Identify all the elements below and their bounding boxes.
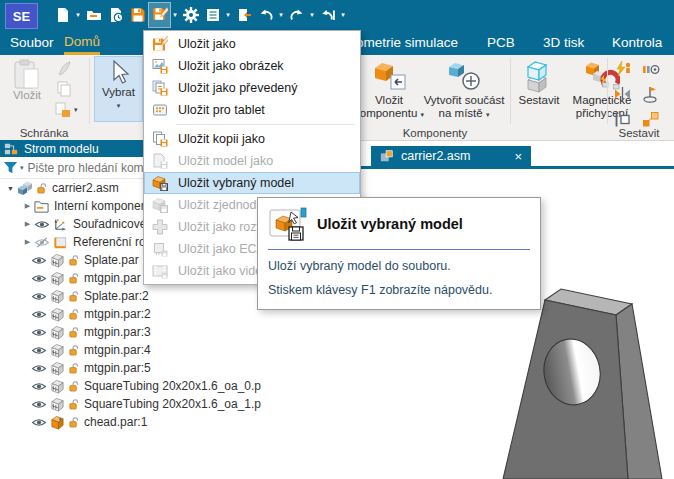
undo-all-button[interactable] xyxy=(317,3,338,27)
assembly-icon xyxy=(17,180,33,196)
assembly-tab-icon xyxy=(380,149,394,163)
dropdown-caret-icon[interactable] xyxy=(339,11,347,19)
planar-align-icon[interactable] xyxy=(613,85,632,104)
app-logo[interactable]: SE xyxy=(5,3,38,29)
menu-item-ulozit-jako-obrazek[interactable]: Uložit jako obrázek xyxy=(144,55,360,77)
tab-geometrie-simulace[interactable]: ometrie simulace xyxy=(356,30,458,55)
group-label-schranka: Schránka xyxy=(2,127,86,139)
tooltip-description: Uloží vybraný model do souboru. xyxy=(268,259,530,273)
tooltip-header: Uložit vybraný model xyxy=(268,206,530,242)
open-recent-button[interactable] xyxy=(105,3,126,27)
dropdown-caret-icon[interactable] xyxy=(224,11,232,19)
tree-row-part-active[interactable]: chead.par:1 xyxy=(0,413,265,431)
undo-button[interactable] xyxy=(255,3,276,27)
undo-all-icon xyxy=(320,7,336,23)
open-recent-icon xyxy=(108,7,124,23)
save-as-icon xyxy=(152,7,168,23)
open-button[interactable] xyxy=(83,3,104,27)
menu-item-ulozit-kopii-jako[interactable]: Uložit kopii jako xyxy=(144,128,360,150)
lock-icon xyxy=(68,309,79,320)
tooltip-title: Uložit vybraný model xyxy=(317,216,463,232)
eye-icon[interactable] xyxy=(31,399,47,410)
eye-icon[interactable] xyxy=(31,291,47,302)
list-button[interactable] xyxy=(202,3,223,27)
tooltip-divider xyxy=(268,249,530,250)
assemble-button[interactable]: Sestavit xyxy=(514,58,564,107)
insert-component-button[interactable]: Vložit komponentu xyxy=(362,58,416,121)
eye-icon[interactable] xyxy=(31,381,47,392)
dropdown-caret-icon[interactable] xyxy=(74,106,78,114)
create-in-place-button[interactable]: Vytvořit součást na místě xyxy=(420,58,508,121)
group-separator xyxy=(510,58,511,124)
close-window-button[interactable] xyxy=(233,3,254,27)
eye-icon[interactable] xyxy=(31,255,47,266)
expander-closed-icon[interactable] xyxy=(21,238,34,246)
save-icon xyxy=(130,7,146,23)
tree-row-part[interactable]: mtgpin.par:2 xyxy=(0,305,265,323)
cursor-icon xyxy=(108,60,130,86)
expander-closed-icon[interactable] xyxy=(21,202,34,210)
dropdown-caret-icon[interactable] xyxy=(20,164,24,172)
tree-row-part[interactable]: mtgpin.par:4 xyxy=(0,341,265,359)
select-button[interactable]: Vybrat xyxy=(95,57,142,121)
eye-icon[interactable] xyxy=(31,327,47,338)
new-document-button[interactable] xyxy=(52,3,73,27)
tab-domu[interactable]: Domů xyxy=(64,30,100,55)
mate-circle-icon[interactable] xyxy=(641,60,660,79)
copy-icon[interactable] xyxy=(55,80,73,98)
lock-icon xyxy=(68,273,79,284)
part-icon xyxy=(50,307,65,322)
tab-kontrola[interactable]: Kontrola xyxy=(612,30,662,55)
save-simplified-model-icon xyxy=(152,197,168,213)
tree-row-part[interactable]: Splate.par:2 xyxy=(0,287,265,305)
feather-icon[interactable] xyxy=(55,60,73,78)
save-button[interactable] xyxy=(127,3,148,27)
paste-special-icon[interactable] xyxy=(54,101,72,119)
menu-separator xyxy=(144,121,360,128)
menu-item-ulozit-jako-prevedeny[interactable]: Uložit jako převedený xyxy=(144,77,360,99)
tree-row-part[interactable]: mtgpin.par:5 xyxy=(0,359,265,377)
save-copy-icon xyxy=(152,131,168,147)
expander-closed-icon[interactable] xyxy=(21,220,34,228)
eye-icon[interactable] xyxy=(31,363,47,374)
tree-row-part[interactable]: mtgpin.par:3 xyxy=(0,323,265,341)
tab-soubor[interactable]: Soubor xyxy=(10,30,54,55)
lock-icon xyxy=(68,417,79,428)
close-tab-button[interactable]: × xyxy=(514,149,522,164)
menu-item-ulozit-pro-tablet[interactable]: Uložit pro tablet xyxy=(144,99,360,121)
dropdown-caret-icon xyxy=(117,99,121,112)
tree-row-part[interactable]: SquareTubing 20x20x1.6_oa_0.p xyxy=(0,377,265,395)
expander-open-icon[interactable] xyxy=(4,185,17,192)
paste-button[interactable]: Vložit xyxy=(4,59,50,102)
eye-icon[interactable] xyxy=(31,345,47,356)
menu-item-ulozit-model-jako[interactable]: Uložit model jako xyxy=(144,150,360,172)
group-separator xyxy=(89,58,90,124)
eye-icon[interactable] xyxy=(31,309,47,320)
assemble-icon xyxy=(521,58,557,94)
eye-icon[interactable] xyxy=(31,273,47,284)
menu-item-ulozit-jako[interactable]: Uložit jako xyxy=(144,33,360,55)
filter-funnel-icon[interactable] xyxy=(3,160,18,175)
group-separator xyxy=(607,58,608,124)
dropdown-caret-icon[interactable] xyxy=(171,11,179,19)
dropdown-caret-icon[interactable] xyxy=(74,11,82,19)
tab-pcb[interactable]: PCB xyxy=(487,30,515,55)
tree-row-part[interactable]: SquareTubing 20x20x1.6_oa_1.p xyxy=(0,395,265,413)
exit-door-icon xyxy=(236,7,252,23)
settings-button[interactable] xyxy=(180,3,201,27)
tab-3d-tisk[interactable]: 3D tisk xyxy=(543,30,584,55)
lock-icon xyxy=(68,327,79,338)
dropdown-caret-icon[interactable] xyxy=(277,11,285,19)
dropdown-caret-icon[interactable] xyxy=(308,11,316,19)
redo-button[interactable] xyxy=(286,3,307,27)
eye-off-icon[interactable] xyxy=(34,237,50,248)
axial-align-icon[interactable] xyxy=(641,85,660,104)
menu-item-ulozit-vybrany-model[interactable]: Uložit vybraný model xyxy=(144,172,360,194)
save-as-button[interactable] xyxy=(149,3,170,27)
eye-icon[interactable] xyxy=(31,417,47,428)
create-part-in-place-icon xyxy=(446,58,482,94)
save-video-icon xyxy=(152,263,168,279)
flashfit-icon[interactable] xyxy=(613,60,632,79)
eye-icon[interactable] xyxy=(34,219,50,230)
document-tab-active[interactable]: carrier2.asm × xyxy=(371,146,531,166)
